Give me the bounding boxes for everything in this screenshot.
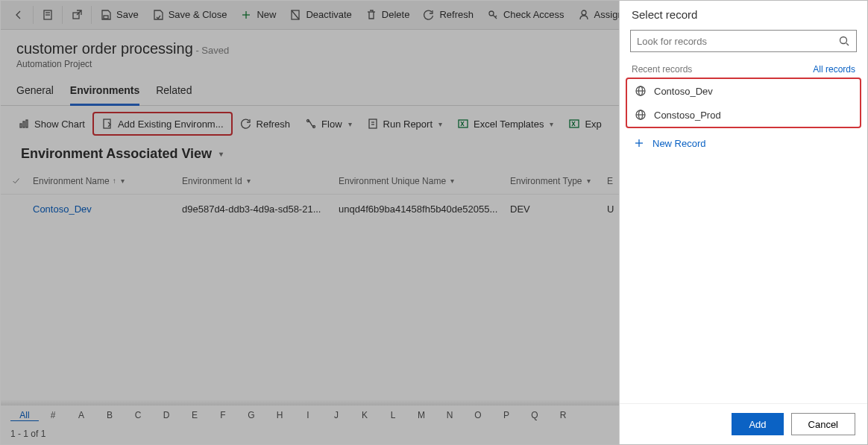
recent-records-list: Contoso_DevConstoso_Prod <box>626 78 861 128</box>
record-item[interactable]: Constoso_Prod <box>627 103 860 127</box>
plus-icon <box>633 137 645 149</box>
cancel-button[interactable]: Cancel <box>791 413 855 435</box>
svg-line-23 <box>846 43 849 45</box>
recent-records-label: Recent records <box>632 64 692 75</box>
all-records-link[interactable]: All records <box>813 64 855 75</box>
search-input-wrap[interactable] <box>630 30 857 52</box>
svg-point-22 <box>840 37 847 44</box>
globe-icon <box>635 85 647 97</box>
new-record-button[interactable]: New Record <box>620 131 867 155</box>
record-item[interactable]: Contoso_Dev <box>627 79 860 103</box>
search-input[interactable] <box>637 36 838 47</box>
add-button[interactable]: Add <box>732 413 783 435</box>
globe-icon <box>635 109 647 121</box>
record-item-label: Constoso_Prod <box>654 110 721 121</box>
record-item-label: Contoso_Dev <box>654 86 713 97</box>
select-record-panel: Select record Recent records All records… <box>619 0 868 445</box>
panel-title: Select record <box>620 1 867 25</box>
search-icon[interactable] <box>838 35 850 47</box>
new-record-label: New Record <box>652 138 706 149</box>
